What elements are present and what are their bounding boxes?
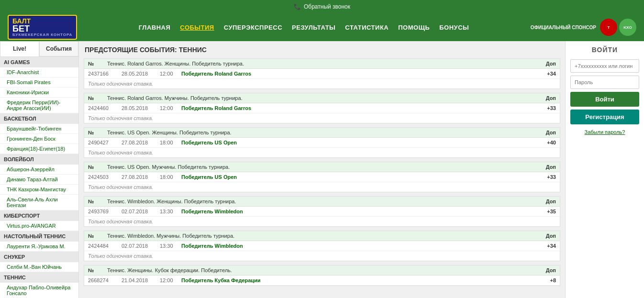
event-header-desc-3: Теннис. US Open. Мужчины. Победитель тур… (107, 164, 527, 170)
sidebar: Live! События AI GAMES IDF-Anarchist FBI… (0, 41, 79, 298)
event-id-2: 2490427 (88, 140, 122, 145)
event-header-row-1: № Теннис. Roland Garros. Мужчины. Победи… (84, 93, 560, 103)
register-button[interactable]: Регистрация (570, 110, 639, 124)
login-title: ВОЙТИ (570, 46, 639, 54)
event-block-1: № Теннис. Roland Garros. Мужчины. Победи… (84, 93, 560, 123)
forgot-password-link[interactable]: Забыли пароль? (570, 129, 639, 135)
main-nav: ГЛАВНАЯ СОБЫТИЯ СУПЕРЭКСПРЕСС РЕЗУЛЬТАТЫ… (77, 24, 530, 31)
main-layout: Live! События AI GAMES IDF-Anarchist FBI… (0, 41, 644, 298)
sidebar-link-absheron[interactable]: Абшерон-Азеррейл (0, 165, 78, 175)
logo-top: БАЛТ (12, 18, 72, 24)
login-button[interactable]: Войти (570, 92, 639, 107)
sidebar-link-braunschweig[interactable]: Брауншвейг-Тюбинген (0, 124, 78, 134)
event-header-dop-4: Доп (527, 199, 556, 204)
event-header-row-6: № Теннис. Женщины. Кубок федерации. Побе… (84, 265, 560, 276)
sponsor-badges: T KXO (600, 19, 636, 36)
event-odds-3: +33 (527, 174, 556, 180)
sidebar-link-france[interactable]: Франция(18)-Египет(18) (0, 144, 78, 154)
sidebar-link-andujar[interactable]: Андухар Пабло-Оливейра Гонсало (0, 283, 78, 298)
event-header-row-2: № Теннис. US Open. Женщины. Победитель т… (84, 128, 560, 138)
event-header-dop-1: Доп (527, 95, 556, 101)
sponsor-badge-1: T (600, 19, 617, 36)
event-id-3: 2424503 (88, 174, 122, 180)
event-note-row-3: Только одиночная ставка. (84, 182, 560, 192)
nav-glavnaya[interactable]: ГЛАВНАЯ (139, 24, 171, 31)
event-id-4: 2493769 (88, 209, 122, 214)
section-ai-games: AI GAMES (0, 57, 78, 67)
content-area: ПРЕДСТОЯЩИЕ СОБЫТИЯ: ТЕННИС № Теннис. Ro… (79, 41, 565, 298)
event-data-row-5: 2424484 02.07.2018 13:30 Победитель Wimb… (84, 241, 560, 251)
logo-sub: БУКМЕКЕРСКАЯ КОНТОРА (12, 33, 72, 37)
tab-live[interactable]: Live! (0, 41, 39, 56)
event-note-row-2: Только одиночная ставка. (84, 148, 560, 157)
sidebar-link-groningen[interactable]: Гронинген-Ден Боск (0, 134, 78, 144)
event-header-num-0: № (88, 61, 107, 66)
event-date-2: 27.08.2018 (122, 140, 160, 145)
event-date-1: 28.05.2018 (122, 105, 160, 111)
sponsor-text: ОФИЦИАЛЬНЫЙ СПОНСОР (531, 25, 596, 30)
event-header-dop-3: Доп (527, 164, 556, 170)
sidebar-link-tnk[interactable]: ТНК Казхром-Мангистау (0, 185, 78, 195)
event-data-row-6: 2668274 21.04.2018 12:00 Победитель Кубк… (84, 276, 560, 286)
event-date-5: 02.07.2018 (122, 243, 160, 249)
sidebar-link-federer[interactable]: Фредерик Перри(ИИ)-Андре Агасси(ИИ) (0, 98, 78, 113)
event-time-1: 12:00 (160, 105, 181, 111)
nav-bonusy[interactable]: БОНУСЫ (439, 24, 469, 31)
nav-superexpress[interactable]: СУПЕРЭКСПРЕСС (224, 24, 282, 31)
event-data-row-0: 2437166 28.05.2018 12:00 Победитель Rola… (84, 69, 560, 79)
page-title: ПРЕДСТОЯЩИЕ СОБЫТИЯ: ТЕННИС (84, 46, 560, 54)
event-header-dop-5: Доп (527, 233, 556, 239)
section-basketball: БАСКЕТБОЛ (0, 113, 78, 124)
sidebar-link-idf[interactable]: IDF-Anarchist (0, 67, 78, 77)
phone-icon: 📞 (294, 3, 301, 10)
sidebar-link-virtus[interactable]: Virtus.pro-AVANGAR (0, 221, 78, 231)
event-date-3: 27.08.2018 (122, 174, 160, 180)
main-header: БАЛТ БЕТ БУКМЕКЕРСКАЯ КОНТОРА ГЛАВНАЯ СО… (0, 13, 644, 41)
tab-events[interactable]: События (39, 41, 78, 56)
event-block-4: № Теннис. Wimbledon. Женщины. Победитель… (84, 196, 560, 227)
logo-mid: БЕТ (12, 24, 72, 33)
event-note-row-1: Только одиночная ставка. (84, 113, 560, 123)
event-winner-4[interactable]: Победитель Wimbledon (181, 209, 527, 214)
top-bar: 📞 Обратный звонок (0, 0, 644, 13)
event-date-4: 02.07.2018 (122, 209, 160, 214)
nav-sobytiya[interactable]: СОБЫТИЯ (180, 24, 214, 31)
event-time-2: 18:00 (160, 140, 181, 145)
phone-input[interactable] (570, 59, 639, 73)
event-time-4: 13:30 (160, 209, 181, 214)
event-data-row-1: 2424460 28.05.2018 12:00 Победитель Rola… (84, 103, 560, 113)
sidebar-link-kanon[interactable]: Каноники-Ириски (0, 88, 78, 98)
sidebar-link-laurenti[interactable]: Лауренти Я.-Урикова М. (0, 242, 78, 252)
event-header-dop-6: Доп (527, 267, 556, 273)
event-header-num-4: № (88, 199, 107, 204)
event-winner-5[interactable]: Победитель Wimbledon (181, 243, 527, 249)
section-volleyball: ВОЛЕЙБОЛ (0, 154, 78, 165)
event-header-desc-1: Теннис. Roland Garros. Мужчины. Победите… (107, 95, 527, 101)
nav-statistika[interactable]: СТАТИСТИКА (345, 24, 389, 31)
sidebar-link-fbi[interactable]: FBI-Somali Pirates (0, 77, 78, 88)
event-odds-6: +8 (527, 277, 556, 283)
event-block-0: № Теннис. Roland Garros. Женщины. Победи… (84, 58, 560, 89)
event-header-num-5: № (88, 233, 107, 239)
sidebar-link-selby[interactable]: Селби М.-Ван Юйчань (0, 262, 78, 272)
event-winner-3[interactable]: Победитель US Open (181, 174, 527, 180)
event-header-desc-2: Теннис. US Open. Женщины. Победитель тур… (107, 130, 527, 135)
event-header-num-2: № (88, 130, 107, 135)
event-header-num-6: № (88, 267, 107, 273)
event-winner-1[interactable]: Победитель Roland Garros (181, 105, 527, 111)
section-table-tennis: НАСТОЛЬНЫЙ ТЕННИС (0, 231, 78, 242)
event-header-dop-2: Доп (527, 130, 556, 135)
sidebar-link-alsweli[interactable]: Аль-Свели-Аль Ахли Бенгази (0, 195, 78, 210)
event-block-3: № Теннис. US Open. Мужчины. Победитель т… (84, 162, 560, 192)
nav-pomoshch[interactable]: ПОМОЩЬ (398, 24, 430, 31)
event-winner-6[interactable]: Победитель Кубка Федерации (181, 277, 527, 283)
event-data-row-4: 2493769 02.07.2018 13:30 Победитель Wimb… (84, 207, 560, 217)
sidebar-link-dynamo[interactable]: Динамо Тараз-Алтай (0, 175, 78, 185)
event-winner-2[interactable]: Победитель US Open (181, 140, 527, 145)
password-input[interactable] (570, 76, 639, 89)
nav-rezultaty[interactable]: РЕЗУЛЬТАТЫ (292, 24, 335, 31)
event-winner-0[interactable]: Победитель Roland Garros (181, 71, 527, 77)
event-header-row-4: № Теннис. Wimbledon. Женщины. Победитель… (84, 197, 560, 207)
events-container: № Теннис. Roland Garros. Женщины. Победи… (84, 58, 560, 286)
callback-text: Обратный звонок (304, 3, 350, 10)
